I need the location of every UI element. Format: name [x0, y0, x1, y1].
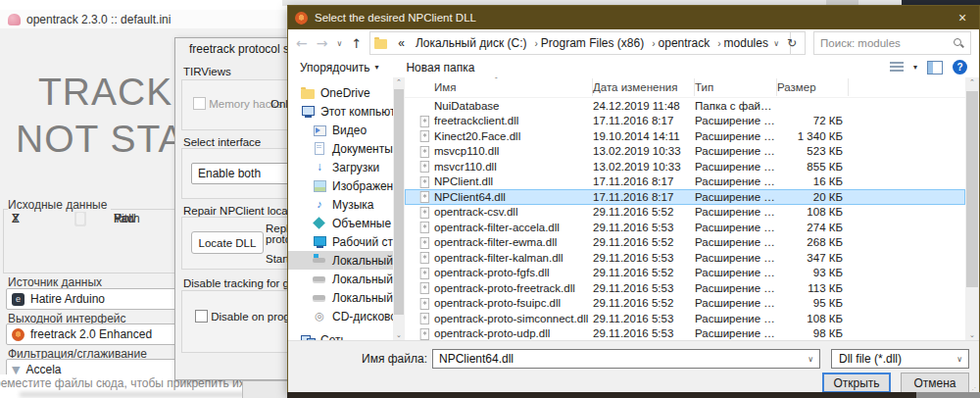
file-row[interactable]: opentrack-proto-freetrack.dll 29.11.2016…: [405, 280, 965, 296]
file-row[interactable]: opentrack-proto-fsuipc.dll 29.11.2016 5:…: [405, 296, 965, 312]
file-row[interactable]: opentrack-filter-ewma.dll 29.11.2016 5:5…: [405, 235, 965, 251]
file-row[interactable]: msvcp110.dll 13.02.2019 10:33 Расширение…: [405, 144, 965, 160]
file-type-icon: [418, 161, 432, 172]
scroll-up-icon[interactable]: ⌃: [965, 78, 979, 86]
sidebar-item[interactable]: OneDrive: [288, 83, 393, 102]
sidebar-item[interactable]: Рабочий стол: [288, 232, 393, 251]
file-row[interactable]: Kinect20.Face.dll 19.10.2014 14:11 Расши…: [405, 128, 965, 144]
sidebar-scrollbar[interactable]: ⌃ ⌄: [393, 77, 405, 340]
file-row[interactable]: opentrack-csv.dll 29.11.2016 5:52 Расшир…: [405, 205, 965, 221]
file-type-icon: [418, 298, 432, 309]
new-folder-button[interactable]: Новая папка: [406, 61, 474, 75]
up-icon[interactable]: ↑: [351, 36, 362, 51]
view-list-icon[interactable]: [890, 62, 904, 74]
breadcrumb-segment[interactable]: ›modules: [714, 36, 768, 50]
accela-funnel-icon: ▼: [12, 364, 20, 375]
breadcrumb-segment[interactable]: ›Program Files (x86): [531, 36, 644, 50]
view-dropdown-icon[interactable]: ▾: [913, 63, 917, 72]
file-row[interactable]: opentrack-proto-fgfs.dll 29.11.2016 5:52…: [405, 266, 965, 281]
file-row[interactable]: opentrack-proto-udp.dll 29.11.2016 5:53 …: [405, 326, 965, 341]
file-size-cell: 108 КБ: [777, 206, 849, 218]
file-name-cell: opentrack-proto-simconnect.dll: [434, 313, 593, 324]
scroll-down-icon[interactable]: ⌄: [965, 331, 979, 339]
file-size-cell: 20 КБ: [777, 191, 849, 203]
forward-icon[interactable]: →: [317, 35, 328, 51]
file-name-cell: msvcr110.dll: [434, 161, 593, 173]
scroll-up-icon[interactable]: ⌃: [393, 78, 405, 86]
sidebar-item[interactable]: Видео: [288, 121, 393, 139]
open-button[interactable]: Открыть: [822, 373, 891, 393]
sidebar-item[interactable]: ◎ CD-дисковод (H: [288, 307, 393, 325]
sidebar-item[interactable]: ↓ Загрузки: [288, 158, 393, 176]
sidebar-item[interactable]: Локальный дис: [288, 288, 393, 307]
search-box[interactable]: Поиск: modules: [813, 31, 971, 55]
column-header-date[interactable]: Дата изменения: [593, 78, 695, 96]
interface-combobox[interactable]: Enable both: [191, 163, 292, 184]
sidebar-item[interactable]: Сеть: [288, 330, 393, 340]
opentrack-title: opentrack 2.3.0 :: default.ini: [26, 13, 171, 26]
sidebar-item[interactable]: ♪ Музыка: [288, 195, 393, 214]
filetype-combobox[interactable]: Dll file (*.dll) ∨: [831, 349, 969, 369]
file-date-cell: 17.11.2016 8:17: [593, 191, 695, 203]
file-date-cell: 29.11.2016 5:53: [593, 252, 695, 264]
sidebar-item[interactable]: Локальный дис: [288, 251, 393, 270]
select-interface-label: Select interface: [183, 136, 261, 148]
opentrack-titlebar[interactable]: opentrack 2.3.0 :: default.ini: [0, 10, 286, 28]
file-type-icon: [418, 222, 432, 232]
scroll-down-icon[interactable]: ⌄: [393, 331, 405, 339]
hidden-dialog-fragment: [242, 380, 288, 398]
filename-dropdown-icon[interactable]: ∨: [808, 355, 813, 364]
sidebar-scrollbar-thumb[interactable]: [394, 89, 404, 315]
breadcrumb-separator: ›: [649, 38, 658, 49]
file-list-scrollbar[interactable]: ⌃ ⌄: [965, 77, 979, 340]
filename-input[interactable]: NPClient64.dll ∨: [432, 349, 820, 369]
file-row[interactable]: NuiDatabase 24.12.2019 11:48 Папка с фай…: [405, 98, 965, 114]
column-header-size[interactable]: Размер: [777, 78, 849, 96]
close-icon[interactable]: ×: [946, 6, 979, 29]
sidebar-item[interactable]: Изображения: [288, 176, 393, 195]
sidebar-item-icon: [301, 105, 315, 118]
freetrack-dialog-titlebar[interactable]: freetrack protocol settin: [175, 38, 291, 60]
file-list-scrollbar-thumb[interactable]: [966, 91, 978, 287]
file-row[interactable]: freetrackclient.dll 17.11.2016 8:17 Расш…: [405, 114, 965, 129]
breadcrumb-segment[interactable]: ›opentrack: [649, 36, 710, 50]
sidebar-item[interactable]: Объемные объ: [288, 214, 393, 232]
address-dropdown-icon[interactable]: ∨: [773, 39, 779, 48]
file-date-cell: 29.11.2016 5:53: [593, 222, 695, 233]
preview-pane-icon[interactable]: [927, 61, 943, 75]
sidebar-item[interactable]: Этот компьютер: [288, 102, 393, 121]
address-bar[interactable]: «Локальный диск (C:)›Program Files (x86)…: [369, 31, 791, 55]
sidebar-item[interactable]: Документы: [288, 139, 393, 158]
sidebar-item-label: Видео: [332, 124, 367, 137]
column-header-name[interactable]: Имя: [434, 78, 593, 96]
memory-hacks-checkbox[interactable]: Memory hacks: [193, 97, 282, 110]
sidebar-item-label: Локальный дис: [332, 291, 393, 305]
file-row[interactable]: msvcr110.dll 13.02.2019 10:33 Расширение…: [405, 159, 965, 174]
organize-button[interactable]: Упорядочить ▾: [300, 61, 378, 75]
file-row[interactable]: opentrack-filter-kalman.dll 29.11.2016 5…: [405, 250, 965, 266]
help-icon[interactable]: ?: [953, 60, 967, 75]
file-type-icon: [418, 252, 432, 263]
file-row[interactable]: NPClient64.dll 17.11.2016 8:17 Расширени…: [405, 189, 965, 205]
breadcrumb-segment[interactable]: Локальный диск (C:): [410, 36, 527, 50]
output-protocol-value: freetrack 2.0 Enhanced: [30, 327, 152, 341]
column-header-type[interactable]: Тип: [695, 78, 777, 96]
back-icon[interactable]: ←: [296, 35, 308, 51]
file-dialog-footer: Имя файла: NPClient64.dll ∨ Dll file (*.…: [288, 340, 979, 394]
refresh-icon[interactable]: ↻: [779, 31, 806, 55]
breadcrumb-segment[interactable]: «: [392, 36, 405, 50]
file-dialog-titlebar[interactable]: Select the desired NPClient DLL ×: [288, 6, 979, 29]
sidebar-item-label: Документы: [332, 142, 393, 156]
sidebar-item-label: Локальный дис: [332, 254, 393, 268]
locate-dll-button[interactable]: Locate DLL: [191, 231, 264, 254]
file-row[interactable]: NPClient.dll 17.11.2016 8:17 Расширение …: [405, 174, 965, 190]
cancel-button[interactable]: Отмена: [901, 373, 969, 393]
file-row[interactable]: opentrack-filter-accela.dll 29.11.2016 5…: [405, 220, 965, 235]
memory-hacks-checkbox-box[interactable]: [193, 97, 206, 110]
disable-exit-checkbox-box[interactable]: [195, 310, 208, 323]
file-row[interactable]: opentrack-proto-simconnect.dll 29.11.201…: [405, 311, 965, 326]
sidebar-item[interactable]: Локальный дис: [288, 270, 393, 288]
history-dropdown-icon[interactable]: ∨: [336, 39, 342, 48]
disable-exit-checkbox[interactable]: Disable on program exi: [195, 310, 292, 323]
file-type-icon: [418, 116, 432, 126]
